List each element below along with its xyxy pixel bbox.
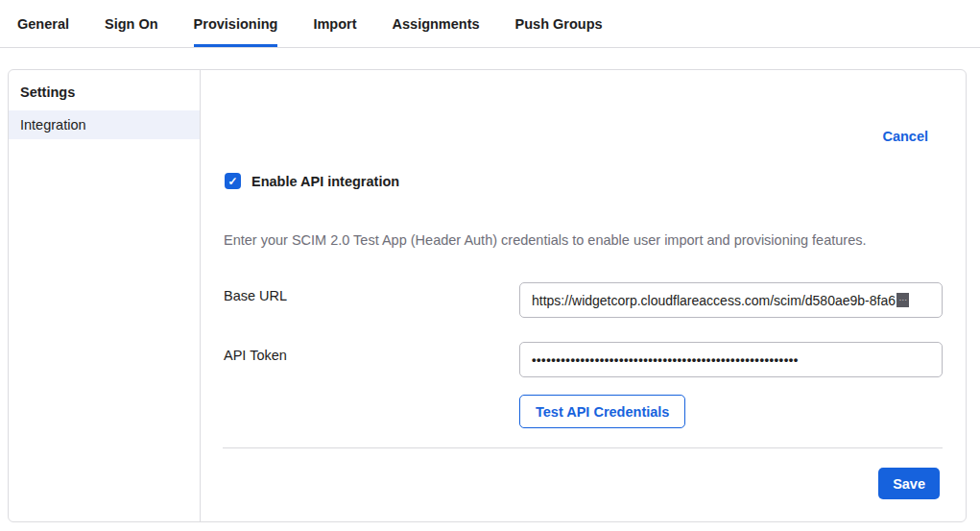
credentials-description: Enter your SCIM 2.0 Test App (Header Aut…: [224, 232, 915, 248]
api-token-input[interactable]: ••••••••••••••••••••••••••••••••••••••••…: [519, 342, 943, 377]
text-selection-artifact: ⋯: [896, 293, 909, 307]
settings-sidebar: Settings Integration: [9, 70, 201, 521]
enable-api-checkbox-label: Enable API integration: [251, 174, 399, 189]
api-token-label: API Token: [224, 348, 287, 363]
integration-settings-form: Cancel ✓ Enable API integration Enter yo…: [201, 70, 966, 521]
sidebar-heading: Settings: [9, 70, 200, 110]
tab-provisioning[interactable]: Provisioning: [194, 0, 278, 47]
sidebar-item-integration[interactable]: Integration: [9, 110, 200, 139]
base-url-value: https://widgetcorp.cloudflareaccess.com/…: [532, 293, 896, 308]
provisioning-page: General Sign On Provisioning Import Assi…: [0, 0, 980, 531]
tab-sign-on[interactable]: Sign On: [105, 0, 158, 47]
enable-api-integration-row: ✓ Enable API integration: [225, 173, 399, 189]
save-button[interactable]: Save: [878, 468, 940, 499]
base-url-input[interactable]: https://widgetcorp.cloudflareaccess.com/…: [519, 282, 943, 318]
base-url-label: Base URL: [224, 288, 287, 303]
tab-general[interactable]: General: [17, 0, 69, 47]
provisioning-panel: Settings Integration Cancel ✓ Enable API…: [8, 69, 967, 522]
test-api-credentials-button[interactable]: Test API Credentials: [519, 395, 685, 428]
app-tab-bar: General Sign On Provisioning Import Assi…: [0, 0, 980, 48]
tab-import[interactable]: Import: [313, 0, 356, 47]
footer-divider: [223, 447, 943, 448]
api-token-masked-value: ••••••••••••••••••••••••••••••••••••••••…: [532, 352, 799, 367]
tab-push-groups[interactable]: Push Groups: [515, 0, 603, 47]
cancel-link[interactable]: Cancel: [882, 129, 928, 144]
tab-assignments[interactable]: Assignments: [393, 0, 480, 47]
enable-api-checkbox[interactable]: ✓: [225, 173, 241, 189]
